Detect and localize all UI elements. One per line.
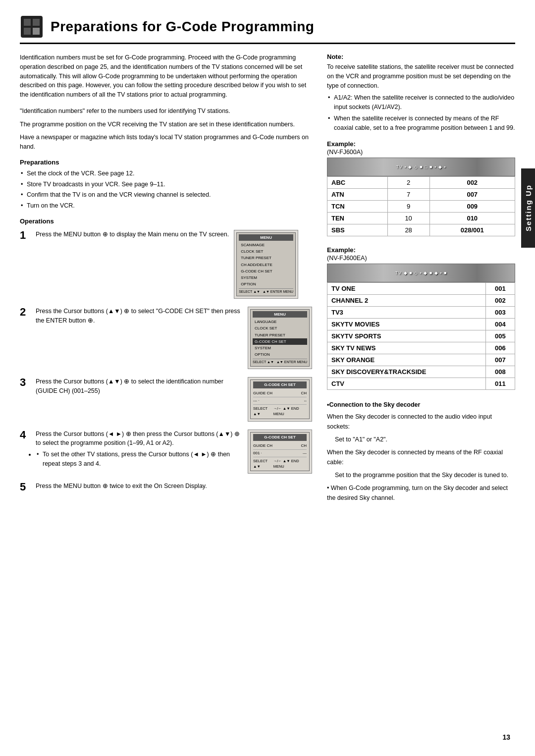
svg-rect-2 — [24, 28, 31, 35]
table-row: TV ONE001 — [327, 283, 515, 295]
prep-item-1: Set the clock of the VCR. See page 12. — [20, 169, 312, 178]
svg-rect-1 — [24, 19, 31, 26]
step-3-text: Press the Cursor buttons (▲▼) ⊕ to selec… — [36, 377, 243, 396]
step-3-inner: Press the Cursor buttons (▲▼) ⊕ to selec… — [36, 377, 312, 422]
sky-section: •Connection to the Sky decoder When the … — [327, 400, 515, 503]
menu-mockup-2: MENU LANGUAGE CLOCK SET TUNER PRESET G-C… — [250, 309, 310, 367]
table-row: TCN9009 — [327, 201, 515, 213]
sky-para-2: When the Sky decoder is connected by mea… — [327, 447, 515, 467]
step-4-inner: Press the Cursor buttons (◄ ►) ⊕ then pr… — [36, 430, 312, 474]
step-1-text: Press the MENU button ⊕ to display the M… — [36, 230, 229, 239]
sky-head: •Connection to the Sky decoder — [327, 400, 515, 410]
prep-item-2: Store TV broadcasts in your VCR. See pag… — [20, 180, 312, 189]
preparations-title: Preparations — [20, 159, 312, 166]
table-row: SBS28028/001 — [327, 224, 515, 236]
example-2-sub: (NV-FJ600EA) — [327, 255, 515, 262]
page-header: Preparations for G-Code Programming — [20, 15, 515, 44]
note-paragraph: To receive satellite stations, the satel… — [327, 62, 515, 90]
table-row: SKY TV NEWS006 — [327, 342, 515, 354]
example-2-label: Example: — [327, 246, 515, 254]
sky-para-3: • When G-Code programming, turn on the S… — [327, 483, 515, 503]
menu-mockup-1: MENU SCANIMAGE CLOCK SET TUNER PRESET CH… — [236, 232, 296, 296]
step-3-number: 3 — [20, 377, 31, 388]
step-4-text: Press the Cursor buttons (◄ ►) ⊕ then pr… — [36, 430, 243, 470]
side-tab: Setting Up — [521, 168, 535, 248]
table-row: CHANNEL 2002 — [327, 295, 515, 307]
step-1-image: MENU SCANIMAGE CLOCK SET TUNER PRESET CH… — [234, 230, 298, 299]
step-1: 1 Press the MENU button ⊕ to display the… — [20, 230, 312, 299]
step-2-image: MENU LANGUAGE CLOCK SET TUNER PRESET G-C… — [248, 307, 312, 369]
step-3-image: G-CODE CH SET GUIDE CHCH --- · -- SELECT… — [248, 377, 312, 422]
prep-item-4: Turn on the VCR. — [20, 201, 312, 211]
gcode-mockup-2: G-CODE CH SET GUIDE CHCH 001 · --- SELEC… — [250, 432, 310, 472]
step-4-subbullet: To set the other TV stations, press the … — [36, 450, 243, 469]
table-row: TV3003 — [327, 307, 515, 319]
table-row: SKY ORANGE007 — [327, 354, 515, 366]
svg-rect-3 — [33, 19, 40, 26]
operations-title: Operations — [20, 217, 312, 225]
right-column: Note: To receive satellite stations, the… — [327, 53, 515, 506]
main-content: Identification numbers must be set for G… — [20, 53, 515, 506]
intro-paragraph-4: Have a newspaper or magazine which lists… — [20, 133, 312, 152]
step-2-text: Press the Cursor buttons (▲▼) ⊕ to selec… — [36, 307, 243, 325]
intro-paragraph-1: Identification numbers must be set for G… — [20, 53, 312, 100]
gcode-mockup-1: G-CODE CH SET GUIDE CHCH --- · -- SELECT… — [250, 379, 310, 419]
example-2-table: TV ONE001CHANNEL 2002TV3003SKYTV MOVIES0… — [327, 282, 515, 390]
page-wrapper: Preparations for G-Code Programming Sett… — [0, 0, 535, 756]
table-row: SKY DISCOVERY&TRACKSIDE008 — [327, 366, 515, 378]
example-2-image: TV ◆ ■ ◇ ▪ ◆ ■ ◆ ▪ ■ — [327, 264, 515, 282]
sky-indent-1: Set to "A1" or "A2". — [327, 434, 515, 444]
note-item-2: When the satellite receiver is connected… — [327, 114, 515, 133]
step-5-text: Press the MENU button ⊕ twice to exit th… — [36, 482, 312, 491]
example-1-sub: (NV-FJ600A) — [327, 149, 515, 156]
step-5: 5 Press the MENU button ⊕ twice to exit … — [20, 482, 312, 492]
step-1-inner: Press the MENU button ⊕ to display the M… — [36, 230, 298, 299]
table-row: ATN7007 — [327, 189, 515, 201]
example-1-table: ABC2002ATN7007TCN9009TEN10010SBS28028/00… — [327, 176, 515, 236]
example-2: Example: (NV-FJ600EA) TV ◆ ■ ◇ ▪ ◆ ■ ◆ ▪… — [327, 246, 515, 390]
preparations-list: Set the clock of the VCR. See page 12. S… — [20, 169, 312, 211]
example-1-label: Example: — [327, 140, 515, 148]
intro-paragraph-3: The programme position on the VCR receiv… — [20, 120, 312, 129]
step-5-number: 5 — [20, 482, 31, 492]
left-column: Identification numbers must be set for G… — [20, 53, 312, 506]
example-1: Example: (NV-FJ600A) TV ▪ ◆ ◇ ■ □ ■ ▪ ◆ … — [327, 140, 515, 236]
intro-paragraph-2: "Identification numbers" refer to the nu… — [20, 107, 312, 116]
step-3: 3 Press the Cursor buttons (▲▼) ⊕ to sel… — [20, 377, 312, 422]
step-4: 4 Press the Cursor buttons (◄ ►) ⊕ then … — [20, 430, 312, 474]
table-row: SKYTV SPORTS005 — [327, 330, 515, 342]
note-item-1: A1/A2: When the satellite receiver is co… — [327, 93, 515, 112]
step-1-number: 1 — [20, 230, 31, 241]
table-row: ABC2002 — [327, 177, 515, 189]
step-2-inner: Press the Cursor buttons (▲▼) ⊕ to selec… — [36, 307, 312, 369]
svg-rect-4 — [33, 28, 40, 35]
step-2: 2 Press the Cursor buttons (▲▼) ⊕ to sel… — [20, 307, 312, 369]
table-row: CTV011 — [327, 378, 515, 390]
page-title: Preparations for G-Code Programming — [51, 19, 314, 35]
prep-item-3: Confirm that the TV is on and the VCR vi… — [20, 190, 312, 200]
step-4-sub-1: To set the other TV stations, press the … — [36, 450, 243, 469]
sky-para-1: When the Sky decoder is connected to the… — [327, 412, 515, 432]
step-4-number: 4 — [20, 430, 31, 440]
note-list: A1/A2: When the satellite receiver is co… — [327, 93, 515, 132]
step-4-image: G-CODE CH SET GUIDE CHCH 001 · --- SELEC… — [248, 430, 312, 474]
table-row: SKYTV MOVIES004 — [327, 319, 515, 330]
note-title: Note: — [327, 53, 515, 60]
page-number: 13 — [502, 733, 510, 741]
step-2-number: 2 — [20, 307, 31, 318]
note-section: Note: To receive satellite stations, the… — [327, 53, 515, 132]
example-1-image: TV ▪ ◆ ◇ ■ □ ■ ▪ ◆ ▪ — [327, 158, 515, 176]
table-row: TEN10010 — [327, 213, 515, 224]
header-icon — [20, 15, 44, 39]
sky-indent-2: Set to the programme position that the S… — [327, 470, 515, 480]
